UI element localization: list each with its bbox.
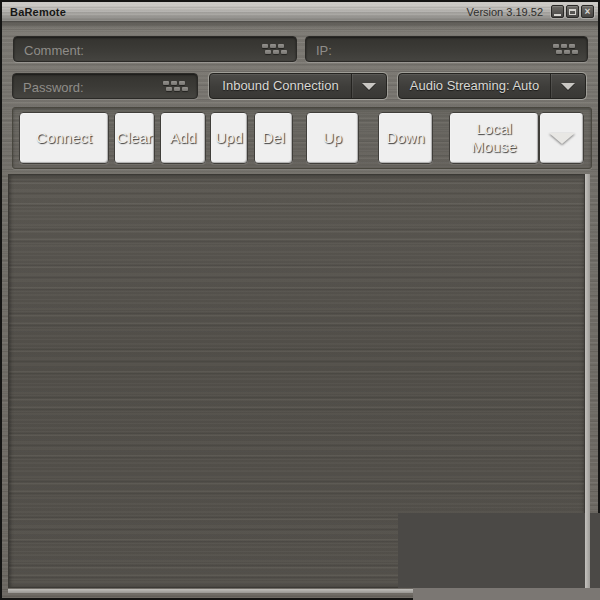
- maximize-button[interactable]: [566, 5, 579, 18]
- connection-mode-dropdown[interactable]: Inbound Connection: [209, 73, 387, 99]
- connection-mode-value: Inbound Connection: [210, 74, 351, 98]
- close-button[interactable]: ×: [581, 5, 594, 18]
- dropdown-arrow-box: [351, 74, 386, 98]
- dropdown-arrow-box: [550, 74, 585, 98]
- ip-input[interactable]: [314, 37, 515, 63]
- comment-input[interactable]: [22, 37, 223, 63]
- triangle-down-icon: [549, 133, 575, 144]
- overlay-light-region: [413, 588, 600, 600]
- audio-streaming-value: Audio Streaming: Auto: [399, 74, 550, 98]
- minimize-button[interactable]: [551, 5, 564, 18]
- overlay-dark-region: [398, 513, 600, 588]
- toolbar: Connect Clear Add Upd Del Up Down Local …: [12, 107, 592, 169]
- chevron-down-icon: [561, 83, 575, 90]
- password-field: [12, 73, 198, 99]
- window-title: BaRemote: [10, 6, 66, 18]
- audio-streaming-dropdown[interactable]: Audio Streaming: Auto: [398, 73, 586, 99]
- del-button[interactable]: Del: [254, 112, 293, 164]
- keypad-icon[interactable]: [163, 81, 188, 91]
- add-button[interactable]: Add: [160, 112, 206, 164]
- down-button[interactable]: Down: [378, 112, 433, 164]
- panel-highlight-right: [585, 174, 590, 593]
- connect-button[interactable]: Connect: [19, 112, 109, 164]
- version-label: Version 3.19.52: [467, 6, 543, 18]
- local-mouse-button[interactable]: Local Mouse: [449, 112, 539, 164]
- ip-field: [305, 36, 588, 62]
- title-bar: BaRemote Version 3.19.52 ×: [2, 2, 598, 22]
- keypad-icon[interactable]: [262, 44, 287, 54]
- maximize-icon: [569, 9, 576, 15]
- up-button[interactable]: Up: [306, 112, 359, 164]
- app-window: BaRemote Version 3.19.52 ×: [0, 0, 600, 600]
- chevron-down-icon: [362, 83, 376, 90]
- window-body: Inbound Connection Audio Streaming: Auto…: [2, 22, 598, 598]
- more-options-button[interactable]: [539, 112, 584, 164]
- comment-field: [13, 36, 297, 62]
- clear-button[interactable]: Clear: [114, 112, 155, 164]
- minimize-icon: [554, 14, 561, 16]
- close-icon: ×: [585, 6, 591, 17]
- window-controls: ×: [551, 5, 594, 18]
- upd-button[interactable]: Upd: [210, 112, 248, 164]
- keypad-icon[interactable]: [553, 44, 578, 54]
- password-input[interactable]: [21, 74, 154, 100]
